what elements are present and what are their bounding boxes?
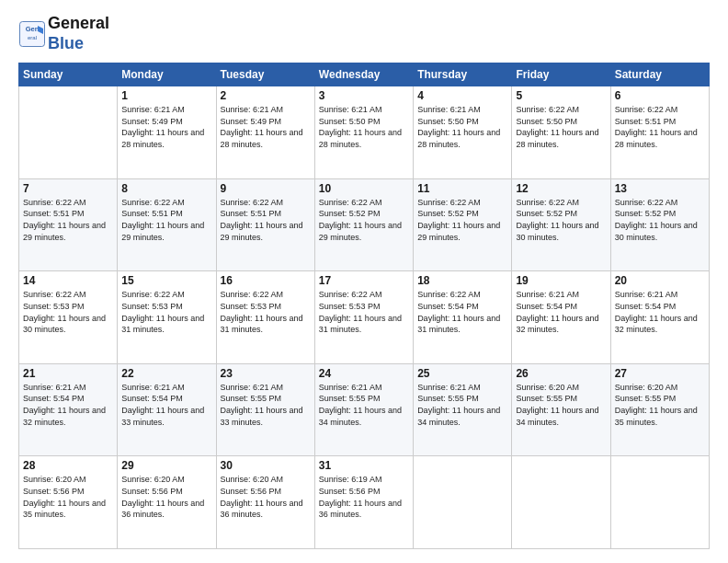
day-number: 25 bbox=[417, 367, 507, 380]
day-number: 12 bbox=[516, 182, 606, 195]
day-number: 2 bbox=[221, 89, 311, 102]
day-cell: 15Sunrise: 6:22 AMSunset: 5:53 PMDayligh… bbox=[118, 271, 216, 364]
day-number: 28 bbox=[23, 459, 113, 472]
day-info: Sunrise: 6:21 AMSunset: 5:49 PMDaylight:… bbox=[221, 104, 311, 150]
day-cell: 2Sunrise: 6:21 AMSunset: 5:49 PMDaylight… bbox=[216, 86, 314, 179]
day-number: 16 bbox=[221, 274, 311, 287]
day-number: 22 bbox=[121, 367, 211, 380]
day-header: Thursday bbox=[414, 63, 512, 86]
day-cell: 28Sunrise: 6:20 AMSunset: 5:56 PMDayligh… bbox=[19, 456, 118, 549]
day-number: 15 bbox=[121, 274, 211, 287]
day-cell: 22Sunrise: 6:21 AMSunset: 5:54 PMDayligh… bbox=[118, 363, 216, 456]
day-number: 3 bbox=[319, 89, 409, 102]
day-info: Sunrise: 6:22 AMSunset: 5:54 PMDaylight:… bbox=[417, 289, 507, 335]
day-header: Saturday bbox=[610, 63, 709, 86]
day-cell: 21Sunrise: 6:21 AMSunset: 5:54 PMDayligh… bbox=[19, 363, 118, 456]
day-number: 19 bbox=[516, 274, 606, 287]
day-header: Sunday bbox=[19, 63, 118, 86]
day-cell: 18Sunrise: 6:22 AMSunset: 5:54 PMDayligh… bbox=[414, 271, 512, 364]
day-info: Sunrise: 6:22 AMSunset: 5:51 PMDaylight:… bbox=[615, 104, 705, 150]
day-header: Tuesday bbox=[216, 63, 314, 86]
day-info: Sunrise: 6:21 AMSunset: 5:50 PMDaylight:… bbox=[319, 104, 409, 150]
day-info: Sunrise: 6:19 AMSunset: 5:56 PMDaylight:… bbox=[319, 474, 409, 520]
day-cell: 17Sunrise: 6:22 AMSunset: 5:53 PMDayligh… bbox=[314, 271, 413, 364]
day-cell: 29Sunrise: 6:20 AMSunset: 5:56 PMDayligh… bbox=[118, 456, 216, 549]
day-cell: 30Sunrise: 6:20 AMSunset: 5:56 PMDayligh… bbox=[216, 456, 314, 549]
page: Gen eral GeneralBlue SundayMondayTuesday… bbox=[0, 0, 728, 563]
day-info: Sunrise: 6:22 AMSunset: 5:51 PMDaylight:… bbox=[121, 197, 211, 243]
day-info: Sunrise: 6:21 AMSunset: 5:55 PMDaylight:… bbox=[417, 382, 507, 428]
day-number: 13 bbox=[615, 182, 705, 195]
day-cell: 4Sunrise: 6:21 AMSunset: 5:50 PMDaylight… bbox=[414, 86, 512, 179]
day-number: 17 bbox=[319, 274, 409, 287]
day-info: Sunrise: 6:21 AMSunset: 5:55 PMDaylight:… bbox=[319, 382, 409, 428]
day-cell: 31Sunrise: 6:19 AMSunset: 5:56 PMDayligh… bbox=[314, 456, 413, 549]
day-info: Sunrise: 6:21 AMSunset: 5:54 PMDaylight:… bbox=[23, 382, 113, 428]
day-cell: 7Sunrise: 6:22 AMSunset: 5:51 PMDaylight… bbox=[19, 178, 118, 271]
day-info: Sunrise: 6:22 AMSunset: 5:53 PMDaylight:… bbox=[319, 289, 409, 335]
svg-text:Gen: Gen bbox=[26, 25, 40, 33]
logo-text: GeneralBlue bbox=[48, 14, 109, 53]
day-info: Sunrise: 6:22 AMSunset: 5:52 PMDaylight:… bbox=[615, 197, 705, 243]
day-cell: 8Sunrise: 6:22 AMSunset: 5:51 PMDaylight… bbox=[118, 178, 216, 271]
day-number: 27 bbox=[615, 367, 705, 380]
day-cell: 12Sunrise: 6:22 AMSunset: 5:52 PMDayligh… bbox=[512, 178, 610, 271]
day-info: Sunrise: 6:21 AMSunset: 5:50 PMDaylight:… bbox=[417, 104, 507, 150]
day-cell: 24Sunrise: 6:21 AMSunset: 5:55 PMDayligh… bbox=[314, 363, 413, 456]
day-number: 6 bbox=[615, 89, 705, 102]
day-info: Sunrise: 6:21 AMSunset: 5:49 PMDaylight:… bbox=[121, 104, 211, 150]
day-info: Sunrise: 6:21 AMSunset: 5:54 PMDaylight:… bbox=[516, 289, 606, 335]
day-cell: 9Sunrise: 6:22 AMSunset: 5:51 PMDaylight… bbox=[216, 178, 314, 271]
day-info: Sunrise: 6:20 AMSunset: 5:56 PMDaylight:… bbox=[23, 474, 113, 520]
calendar: SundayMondayTuesdayWednesdayThursdayFrid… bbox=[18, 63, 710, 549]
day-number: 29 bbox=[121, 459, 211, 472]
day-number: 30 bbox=[221, 459, 311, 472]
day-info: Sunrise: 6:20 AMSunset: 5:56 PMDaylight:… bbox=[221, 474, 311, 520]
day-number: 26 bbox=[516, 367, 606, 380]
day-info: Sunrise: 6:21 AMSunset: 5:54 PMDaylight:… bbox=[615, 289, 705, 335]
day-cell: 3Sunrise: 6:21 AMSunset: 5:50 PMDaylight… bbox=[314, 86, 413, 179]
day-info: Sunrise: 6:22 AMSunset: 5:51 PMDaylight:… bbox=[23, 197, 113, 243]
week-row: 1Sunrise: 6:21 AMSunset: 5:49 PMDaylight… bbox=[19, 86, 710, 179]
day-cell bbox=[414, 456, 512, 549]
header-row: SundayMondayTuesdayWednesdayThursdayFrid… bbox=[19, 63, 710, 86]
day-info: Sunrise: 6:22 AMSunset: 5:52 PMDaylight:… bbox=[417, 197, 507, 243]
day-number: 4 bbox=[417, 89, 507, 102]
day-number: 20 bbox=[615, 274, 705, 287]
day-header: Friday bbox=[512, 63, 610, 86]
day-number: 8 bbox=[121, 182, 211, 195]
day-info: Sunrise: 6:20 AMSunset: 5:55 PMDaylight:… bbox=[516, 382, 606, 428]
day-cell: 11Sunrise: 6:22 AMSunset: 5:52 PMDayligh… bbox=[414, 178, 512, 271]
day-number: 31 bbox=[319, 459, 409, 472]
svg-text:eral: eral bbox=[28, 35, 37, 40]
day-info: Sunrise: 6:21 AMSunset: 5:54 PMDaylight:… bbox=[121, 382, 211, 428]
day-info: Sunrise: 6:22 AMSunset: 5:53 PMDaylight:… bbox=[23, 289, 113, 335]
day-info: Sunrise: 6:21 AMSunset: 5:55 PMDaylight:… bbox=[221, 382, 311, 428]
day-info: Sunrise: 6:22 AMSunset: 5:53 PMDaylight:… bbox=[121, 289, 211, 335]
day-number: 23 bbox=[221, 367, 311, 380]
day-cell bbox=[19, 86, 118, 179]
day-cell: 23Sunrise: 6:21 AMSunset: 5:55 PMDayligh… bbox=[216, 363, 314, 456]
day-number: 24 bbox=[319, 367, 409, 380]
day-info: Sunrise: 6:22 AMSunset: 5:52 PMDaylight:… bbox=[516, 197, 606, 243]
day-cell: 1Sunrise: 6:21 AMSunset: 5:49 PMDaylight… bbox=[118, 86, 216, 179]
day-number: 11 bbox=[417, 182, 507, 195]
logo: Gen eral GeneralBlue bbox=[18, 14, 109, 53]
day-cell: 25Sunrise: 6:21 AMSunset: 5:55 PMDayligh… bbox=[414, 363, 512, 456]
day-number: 18 bbox=[417, 274, 507, 287]
day-number: 1 bbox=[121, 89, 211, 102]
day-cell: 6Sunrise: 6:22 AMSunset: 5:51 PMDaylight… bbox=[610, 86, 709, 179]
day-cell: 20Sunrise: 6:21 AMSunset: 5:54 PMDayligh… bbox=[610, 271, 709, 364]
day-cell: 27Sunrise: 6:20 AMSunset: 5:55 PMDayligh… bbox=[610, 363, 709, 456]
day-info: Sunrise: 6:20 AMSunset: 5:56 PMDaylight:… bbox=[121, 474, 211, 520]
day-number: 21 bbox=[23, 367, 113, 380]
day-cell: 10Sunrise: 6:22 AMSunset: 5:52 PMDayligh… bbox=[314, 178, 413, 271]
day-cell: 13Sunrise: 6:22 AMSunset: 5:52 PMDayligh… bbox=[610, 178, 709, 271]
day-cell: 5Sunrise: 6:22 AMSunset: 5:50 PMDaylight… bbox=[512, 86, 610, 179]
week-row: 28Sunrise: 6:20 AMSunset: 5:56 PMDayligh… bbox=[19, 456, 710, 549]
day-header: Wednesday bbox=[314, 63, 413, 86]
week-row: 21Sunrise: 6:21 AMSunset: 5:54 PMDayligh… bbox=[19, 363, 710, 456]
day-number: 14 bbox=[23, 274, 113, 287]
day-info: Sunrise: 6:22 AMSunset: 5:50 PMDaylight:… bbox=[516, 104, 606, 150]
day-cell bbox=[610, 456, 709, 549]
